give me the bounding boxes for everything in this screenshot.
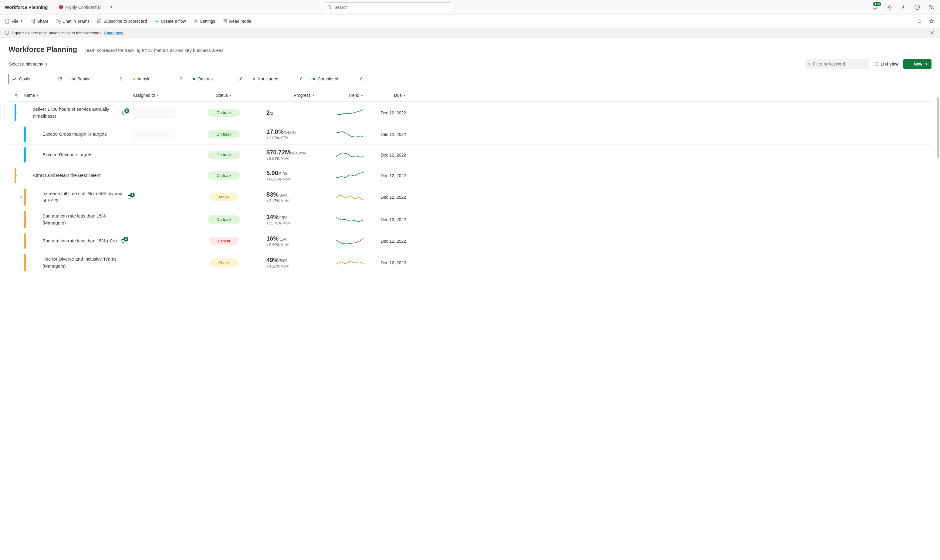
filter-input[interactable] <box>813 62 866 66</box>
status-tile-behind[interactable]: Behind2 <box>69 74 126 84</box>
goal-name: Bad attrition rate less than 15% (Manage… <box>43 213 128 226</box>
svg-point-5 <box>929 5 931 7</box>
settings-button-cmd[interactable]: Settings <box>193 19 215 24</box>
svg-point-10 <box>98 21 100 22</box>
favorite-button[interactable] <box>928 18 935 25</box>
scrollbar[interactable] <box>937 97 939 158</box>
row-color-bar <box>15 104 16 122</box>
comment-badge[interactable]: 2 <box>122 110 128 115</box>
status-dot <box>313 78 315 80</box>
new-button[interactable]: New ▼ <box>903 59 931 69</box>
comment-badge[interactable]: 2 <box>121 238 126 244</box>
share-button[interactable]: Share <box>30 19 48 24</box>
status-pill: At risk <box>210 258 238 267</box>
goal-row[interactable]: Bad attrition rate less than 15% (ICs)2B… <box>9 231 931 251</box>
goal-row[interactable]: Attract and Retain the Best TalentOn tra… <box>9 165 931 186</box>
row-color-bar <box>24 188 26 206</box>
read-mode-button[interactable]: Read mode <box>222 19 251 24</box>
download-button[interactable] <box>899 3 907 11</box>
settings-button[interactable] <box>885 3 893 11</box>
close-icon <box>930 31 934 35</box>
svg-text:?: ? <box>916 5 918 9</box>
gear-icon <box>886 5 892 10</box>
progress-delta: ↓ 9.51% MoM <box>266 157 315 161</box>
status-dot <box>132 78 135 80</box>
goal-name: deliver 1700 hours of service annually (… <box>33 106 118 120</box>
col-due-header[interactable]: Due▼ <box>363 93 406 98</box>
tile-label: Behind <box>77 77 91 81</box>
goal-row[interactable]: Exceed Revenue targetsOn track$70.72M/$6… <box>9 145 931 165</box>
row-color-bar <box>24 211 26 228</box>
tile-label: Completed <box>318 77 338 81</box>
sensitivity-dropdown[interactable]: Highly Confidential ▼ <box>58 5 113 10</box>
search-input[interactable] <box>334 5 449 10</box>
assignee-avatar[interactable] <box>133 108 175 118</box>
progress-target: /5.00 <box>278 171 287 176</box>
col-assigned-header[interactable]: Assigned to▼ <box>133 93 194 98</box>
notifications-button[interactable]: 119 <box>871 3 879 11</box>
goals-table: Name▼ Assigned to▼ Status▼ Progress▼ Tre… <box>0 89 940 274</box>
progress-delta: ↑ 66.67% MoM <box>266 177 315 182</box>
status-tile-completed[interactable]: Completed0 <box>309 74 366 84</box>
chevron-down-icon: ▼ <box>229 94 232 97</box>
due-date: Dec 12, 2022 <box>381 239 406 244</box>
share-now-link[interactable]: Share now. <box>104 31 124 35</box>
status-tile-not-started[interactable]: Not started0 <box>249 74 306 84</box>
close-info-button[interactable] <box>929 30 935 36</box>
chevron-down-icon: ▼ <box>925 63 928 66</box>
goal-row[interactable]: deliver 1700 hours of service annually (… <box>9 102 931 124</box>
goal-row[interactable]: Hire for Diverse and Inclusive Teams (Ma… <box>9 251 931 274</box>
svg-line-1 <box>331 8 332 9</box>
help-button[interactable]: ? <box>913 3 921 11</box>
refresh-icon <box>917 19 922 24</box>
col-trend-header[interactable]: Trend▼ <box>315 93 363 98</box>
status-tiles: Goals15Behind2At risk3On track10Not star… <box>0 69 940 89</box>
assignee-avatar[interactable] <box>133 129 175 139</box>
status-tile-goals[interactable]: Goals15 <box>9 74 66 84</box>
file-menu[interactable]: File ▼ <box>5 19 23 24</box>
chevron-down-icon: ▼ <box>360 94 363 97</box>
help-icon: ? <box>914 5 920 10</box>
row-color-bar <box>24 254 26 271</box>
trend-sparkline <box>336 108 363 117</box>
info-message: 2 goals owners don't have access to this… <box>12 31 102 35</box>
expand-all-icon[interactable] <box>14 94 18 97</box>
tile-count: 15 <box>57 77 62 81</box>
row-color-bar <box>15 168 16 183</box>
col-name-header[interactable]: Name▼ <box>24 93 39 98</box>
expand-chevron[interactable] <box>19 195 23 199</box>
tile-label: On track <box>197 77 214 81</box>
goal-row[interactable]: Increase full time staff % to 85% by end… <box>9 186 931 208</box>
list-view-button[interactable]: List view <box>874 62 898 66</box>
status-tile-at-risk[interactable]: At risk3 <box>129 74 186 84</box>
create-flow-button[interactable]: Create a flow <box>154 19 186 24</box>
tile-count: 10 <box>238 77 242 81</box>
col-progress-header[interactable]: Progress▼ <box>254 93 315 98</box>
teams-chat-button[interactable]: Chat in Teams <box>56 19 89 24</box>
command-bar: File ▼ Share Chat in Teams Subscribe to … <box>0 15 940 28</box>
refresh-button[interactable] <box>916 18 923 25</box>
subscribe-button[interactable]: Subscribe to scorecard <box>97 19 147 24</box>
comment-badge[interactable]: 1 <box>128 194 133 200</box>
filter-input-wrap[interactable] <box>805 59 869 69</box>
progress-value: 2 <box>266 109 270 116</box>
due-date: Dec 12, 2022 <box>381 132 406 137</box>
row-color-bar <box>24 126 26 142</box>
progress-value: 14% <box>266 214 278 220</box>
goal-row[interactable]: Bad attrition rate less than 15% (Manage… <box>9 208 931 231</box>
goal-name: Increase full time staff % to 85% by end… <box>43 190 123 204</box>
people-button[interactable] <box>927 3 935 11</box>
col-status-header[interactable]: Status▼ <box>194 93 254 98</box>
hierarchy-dropdown[interactable]: Select a hierarchy ▼ <box>9 60 49 68</box>
status-pill: On track <box>208 215 240 223</box>
search-box[interactable] <box>325 2 452 12</box>
trend-sparkline <box>336 237 363 246</box>
status-tile-on-track[interactable]: On track10 <box>189 74 246 84</box>
tile-count: 0 <box>300 77 303 81</box>
status-pill: On track <box>208 130 240 138</box>
breadcrumb-title[interactable]: Workforce Planning <box>5 5 48 10</box>
due-date: Dec 12, 2022 <box>381 195 406 200</box>
goal-row[interactable]: Exceed Gross margin % targetsOn track17.… <box>9 124 931 145</box>
progress-target: /50% <box>278 258 288 263</box>
progress-target: /$64.25M <box>290 151 306 155</box>
